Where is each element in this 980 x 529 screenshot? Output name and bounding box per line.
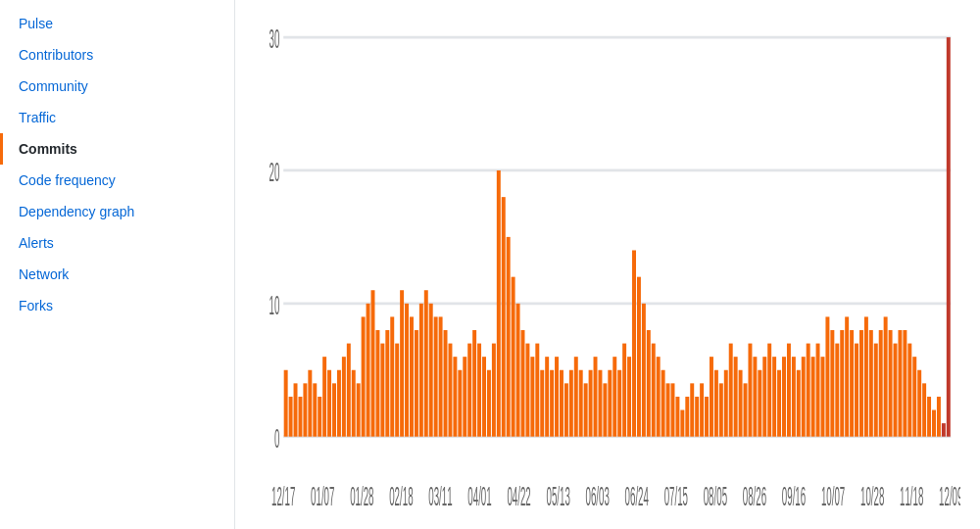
- svg-rect-87: [666, 383, 670, 436]
- svg-rect-44: [458, 370, 462, 437]
- sidebar-item-traffic[interactable]: Traffic: [0, 102, 234, 133]
- svg-rect-29: [385, 330, 389, 437]
- svg-rect-140: [922, 383, 926, 436]
- sidebar-item-dependency-graph[interactable]: Dependency graph: [0, 196, 234, 227]
- svg-text:10/07: 10/07: [821, 481, 845, 511]
- svg-rect-85: [657, 357, 661, 437]
- svg-rect-60: [535, 344, 539, 437]
- svg-text:07/15: 07/15: [664, 481, 688, 511]
- svg-rect-26: [371, 290, 375, 436]
- svg-text:09/16: 09/16: [782, 481, 806, 511]
- svg-rect-39: [434, 316, 438, 436]
- svg-rect-106: [758, 370, 761, 437]
- svg-rect-119: [821, 357, 825, 437]
- sidebar-item-pulse[interactable]: Pulse: [0, 8, 234, 39]
- svg-rect-13: [308, 370, 312, 437]
- svg-rect-30: [390, 316, 394, 436]
- sidebar-item-community[interactable]: Community: [0, 71, 234, 102]
- svg-rect-78: [622, 344, 626, 437]
- sidebar-item-forks[interactable]: Forks: [0, 290, 234, 321]
- svg-rect-74: [603, 383, 607, 436]
- svg-rect-143: [937, 397, 941, 437]
- svg-rect-81: [637, 277, 641, 437]
- svg-rect-46: [467, 344, 471, 437]
- sidebar-item-alerts[interactable]: Alerts: [0, 227, 234, 259]
- svg-rect-91: [685, 397, 689, 437]
- svg-text:10/28: 10/28: [860, 481, 884, 511]
- svg-rect-49: [482, 357, 486, 437]
- svg-rect-59: [530, 357, 534, 437]
- svg-rect-67: [569, 370, 573, 437]
- svg-rect-130: [874, 344, 878, 437]
- svg-rect-70: [584, 383, 588, 436]
- svg-rect-97: [714, 370, 718, 437]
- svg-text:05/13: 05/13: [546, 481, 569, 511]
- svg-rect-141: [927, 397, 931, 437]
- svg-rect-102: [739, 370, 743, 437]
- sidebar-item-network[interactable]: Network: [0, 259, 234, 290]
- svg-rect-58: [525, 344, 529, 437]
- sidebar-item-commits[interactable]: Commits: [0, 133, 234, 165]
- svg-rect-113: [792, 357, 796, 437]
- svg-rect-108: [767, 344, 771, 437]
- svg-rect-34: [410, 316, 414, 436]
- svg-rect-42: [448, 344, 452, 437]
- svg-rect-105: [753, 357, 757, 437]
- svg-text:04/22: 04/22: [507, 481, 530, 511]
- svg-rect-40: [439, 316, 443, 436]
- sidebar: PulseContributorsCommunityTrafficCommits…: [0, 0, 235, 529]
- svg-rect-33: [405, 304, 409, 437]
- svg-rect-100: [729, 344, 733, 437]
- svg-text:06/24: 06/24: [625, 481, 649, 511]
- svg-rect-63: [550, 370, 554, 437]
- svg-rect-8: [284, 370, 288, 437]
- svg-rect-144: [942, 423, 946, 437]
- svg-text:11/18: 11/18: [900, 481, 923, 511]
- svg-rect-24: [362, 316, 366, 436]
- svg-rect-35: [415, 330, 418, 437]
- svg-text:30: 30: [269, 24, 279, 54]
- svg-rect-61: [540, 370, 544, 437]
- sidebar-item-code-frequency[interactable]: Code frequency: [0, 165, 234, 196]
- svg-rect-118: [816, 344, 820, 437]
- svg-rect-104: [748, 344, 752, 437]
- svg-rect-82: [642, 304, 646, 437]
- svg-rect-96: [710, 357, 713, 437]
- svg-text:12/17: 12/17: [271, 481, 295, 511]
- svg-rect-62: [545, 357, 549, 437]
- svg-rect-22: [352, 370, 356, 437]
- svg-text:06/03: 06/03: [586, 481, 610, 511]
- svg-rect-68: [574, 357, 578, 437]
- svg-rect-139: [917, 370, 921, 437]
- svg-text:01/28: 01/28: [350, 481, 373, 511]
- svg-rect-80: [632, 250, 636, 436]
- svg-rect-145: [947, 37, 951, 437]
- svg-rect-51: [492, 344, 496, 437]
- svg-rect-72: [594, 357, 598, 437]
- svg-rect-17: [327, 370, 331, 437]
- svg-rect-9: [289, 397, 293, 437]
- svg-rect-89: [675, 397, 679, 437]
- svg-rect-14: [313, 383, 317, 436]
- svg-rect-101: [734, 357, 738, 437]
- svg-rect-79: [627, 357, 631, 437]
- svg-text:10: 10: [269, 290, 279, 320]
- svg-rect-27: [375, 330, 379, 437]
- svg-rect-121: [830, 330, 834, 437]
- svg-rect-43: [453, 357, 457, 437]
- svg-rect-55: [512, 277, 515, 437]
- svg-rect-86: [662, 370, 665, 437]
- svg-text:01/07: 01/07: [311, 481, 334, 511]
- svg-text:02/18: 02/18: [389, 481, 413, 511]
- svg-rect-111: [782, 357, 786, 437]
- svg-rect-131: [879, 330, 883, 437]
- svg-rect-10: [294, 383, 298, 436]
- svg-rect-137: [907, 344, 911, 437]
- svg-rect-66: [564, 383, 568, 436]
- svg-rect-19: [337, 370, 341, 437]
- svg-rect-114: [797, 370, 801, 437]
- sidebar-item-contributors[interactable]: Contributors: [0, 39, 234, 71]
- svg-text:12/09: 12/09: [939, 481, 960, 511]
- svg-rect-112: [787, 344, 791, 437]
- svg-rect-122: [835, 344, 839, 437]
